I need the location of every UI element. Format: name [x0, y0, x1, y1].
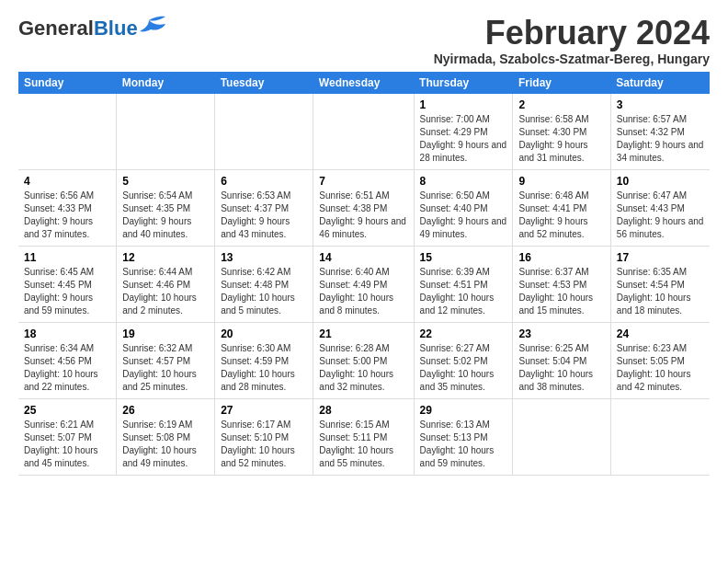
day-number: 12 [122, 251, 209, 264]
day-detail: Sunrise: 6:19 AM Sunset: 5:08 PM Dayligh… [122, 419, 209, 470]
sunset-text: Sunset: 5:13 PM [420, 432, 488, 442]
day-detail: Sunrise: 6:48 AM Sunset: 4:41 PM Dayligh… [518, 190, 604, 241]
day-number: 8 [420, 175, 507, 188]
calendar-cell: 22 Sunrise: 6:27 AM Sunset: 5:02 PM Dayl… [414, 322, 513, 398]
calendar-cell [513, 398, 610, 475]
sunset-text: Sunset: 4:37 PM [221, 203, 289, 213]
daylight-text: Daylight: 10 hours and 12 minutes. [420, 293, 495, 316]
daylight-text: Daylight: 10 hours and 2 minutes. [122, 293, 197, 316]
sunset-text: Sunset: 4:38 PM [319, 203, 387, 213]
sunset-text: Sunset: 5:11 PM [319, 432, 387, 442]
day-number: 2 [518, 98, 604, 111]
day-detail: Sunrise: 6:42 AM Sunset: 4:48 PM Dayligh… [221, 266, 307, 317]
day-number: 14 [319, 251, 407, 264]
sunset-text: Sunset: 4:53 PM [518, 280, 586, 290]
col-friday: Friday [513, 72, 610, 94]
daylight-text: Daylight: 10 hours and 22 minutes. [24, 369, 98, 392]
day-detail: Sunrise: 6:58 AM Sunset: 4:30 PM Dayligh… [518, 113, 604, 165]
day-number: 23 [518, 327, 604, 340]
day-detail: Sunrise: 6:13 AM Sunset: 5:13 PM Dayligh… [420, 419, 507, 470]
day-detail: Sunrise: 6:34 AM Sunset: 4:56 PM Dayligh… [24, 342, 110, 394]
header-section: GeneralBlue February 2024 Nyirmada, Szab… [18, 15, 710, 66]
sunset-text: Sunset: 4:57 PM [122, 356, 190, 366]
sunrise-text: Sunrise: 6:53 AM [221, 190, 290, 201]
day-number: 27 [221, 404, 307, 417]
calendar-cell: 4 Sunrise: 6:56 AM Sunset: 4:33 PM Dayli… [18, 169, 117, 246]
day-number: 7 [319, 175, 407, 188]
calendar-cell [18, 94, 117, 170]
logo-general: General [18, 17, 94, 40]
day-detail: Sunrise: 6:15 AM Sunset: 5:11 PM Dayligh… [319, 419, 407, 470]
sunset-text: Sunset: 4:35 PM [122, 203, 190, 213]
daylight-text: Daylight: 9 hours and 40 minutes. [122, 216, 191, 239]
sunset-text: Sunset: 5:00 PM [319, 356, 387, 366]
day-number: 1 [420, 98, 507, 111]
day-number: 11 [24, 251, 110, 264]
daylight-text: Daylight: 10 hours and 8 minutes. [319, 293, 393, 316]
sunset-text: Sunset: 4:33 PM [24, 203, 92, 213]
sunrise-text: Sunrise: 6:17 AM [221, 419, 290, 430]
daylight-text: Daylight: 10 hours and 15 minutes. [518, 293, 593, 316]
calendar-cell [610, 398, 710, 475]
sunset-text: Sunset: 4:30 PM [518, 127, 586, 137]
calendar-cell: 3 Sunrise: 6:57 AM Sunset: 4:32 PM Dayli… [610, 94, 710, 170]
calendar-week-1: 1 Sunrise: 7:00 AM Sunset: 4:29 PM Dayli… [18, 94, 710, 170]
sunset-text: Sunset: 5:04 PM [518, 356, 586, 366]
calendar-cell: 12 Sunrise: 6:44 AM Sunset: 4:46 PM Dayl… [117, 246, 215, 322]
col-sunday: Sunday [18, 72, 117, 94]
sunrise-text: Sunrise: 6:23 AM [617, 343, 687, 353]
daylight-text: Daylight: 10 hours and 45 minutes. [24, 445, 98, 468]
sunrise-text: Sunrise: 6:32 AM [122, 343, 192, 353]
daylight-text: Daylight: 10 hours and 42 minutes. [617, 369, 691, 392]
sunrise-text: Sunrise: 6:57 AM [617, 114, 687, 124]
sunrise-text: Sunrise: 7:00 AM [420, 114, 490, 124]
sunrise-text: Sunrise: 6:47 AM [617, 190, 687, 201]
calendar-week-5: 25 Sunrise: 6:21 AM Sunset: 5:07 PM Dayl… [18, 398, 710, 475]
calendar-cell: 20 Sunrise: 6:30 AM Sunset: 4:59 PM Dayl… [215, 322, 313, 398]
day-detail: Sunrise: 6:53 AM Sunset: 4:37 PM Dayligh… [221, 190, 307, 241]
day-detail: Sunrise: 6:50 AM Sunset: 4:40 PM Dayligh… [420, 190, 507, 241]
sunrise-text: Sunrise: 6:56 AM [24, 190, 94, 201]
sunset-text: Sunset: 5:05 PM [617, 356, 685, 366]
day-number: 5 [122, 175, 209, 188]
daylight-text: Daylight: 10 hours and 55 minutes. [319, 445, 393, 468]
day-number: 24 [617, 327, 704, 340]
sunset-text: Sunset: 5:02 PM [420, 356, 488, 366]
day-detail: Sunrise: 6:17 AM Sunset: 5:10 PM Dayligh… [221, 419, 307, 470]
sunset-text: Sunset: 4:56 PM [24, 356, 92, 366]
day-detail: Sunrise: 6:32 AM Sunset: 4:57 PM Dayligh… [122, 342, 209, 394]
sunrise-text: Sunrise: 6:19 AM [122, 419, 192, 430]
sunset-text: Sunset: 4:41 PM [518, 203, 586, 213]
day-number: 26 [122, 404, 209, 417]
calendar-cell: 24 Sunrise: 6:23 AM Sunset: 5:05 PM Dayl… [610, 322, 710, 398]
sunrise-text: Sunrise: 6:37 AM [518, 267, 588, 277]
daylight-text: Daylight: 10 hours and 49 minutes. [122, 445, 197, 468]
calendar-cell: 19 Sunrise: 6:32 AM Sunset: 4:57 PM Dayl… [117, 322, 215, 398]
calendar-cell: 21 Sunrise: 6:28 AM Sunset: 5:00 PM Dayl… [313, 322, 414, 398]
sunrise-text: Sunrise: 6:48 AM [518, 190, 588, 201]
day-detail: Sunrise: 6:21 AM Sunset: 5:07 PM Dayligh… [24, 419, 110, 470]
calendar-cell: 7 Sunrise: 6:51 AM Sunset: 4:38 PM Dayli… [313, 169, 414, 246]
day-detail: Sunrise: 6:35 AM Sunset: 4:54 PM Dayligh… [617, 266, 704, 317]
day-number: 22 [420, 327, 507, 340]
col-tuesday: Tuesday [215, 72, 313, 94]
day-detail: Sunrise: 6:45 AM Sunset: 4:45 PM Dayligh… [24, 266, 110, 317]
sunset-text: Sunset: 4:48 PM [221, 280, 289, 290]
sunrise-text: Sunrise: 6:21 AM [24, 419, 94, 430]
calendar-cell [313, 94, 414, 170]
col-monday: Monday [117, 72, 215, 94]
daylight-text: Daylight: 10 hours and 52 minutes. [221, 445, 295, 468]
daylight-text: Daylight: 9 hours and 59 minutes. [24, 293, 93, 316]
calendar-cell: 23 Sunrise: 6:25 AM Sunset: 5:04 PM Dayl… [513, 322, 610, 398]
sunrise-text: Sunrise: 6:50 AM [420, 190, 490, 201]
calendar-cell: 1 Sunrise: 7:00 AM Sunset: 4:29 PM Dayli… [414, 94, 513, 170]
daylight-text: Daylight: 10 hours and 25 minutes. [122, 369, 197, 392]
calendar-cell: 11 Sunrise: 6:45 AM Sunset: 4:45 PM Dayl… [18, 246, 117, 322]
daylight-text: Daylight: 10 hours and 28 minutes. [221, 369, 295, 392]
day-number: 15 [420, 251, 507, 264]
col-saturday: Saturday [610, 72, 710, 94]
sunrise-text: Sunrise: 6:58 AM [518, 114, 588, 124]
day-number: 3 [617, 98, 704, 111]
day-detail: Sunrise: 6:57 AM Sunset: 4:32 PM Dayligh… [617, 113, 704, 165]
title-section: February 2024 Nyirmada, Szabolcs-Szatmar… [434, 15, 710, 66]
